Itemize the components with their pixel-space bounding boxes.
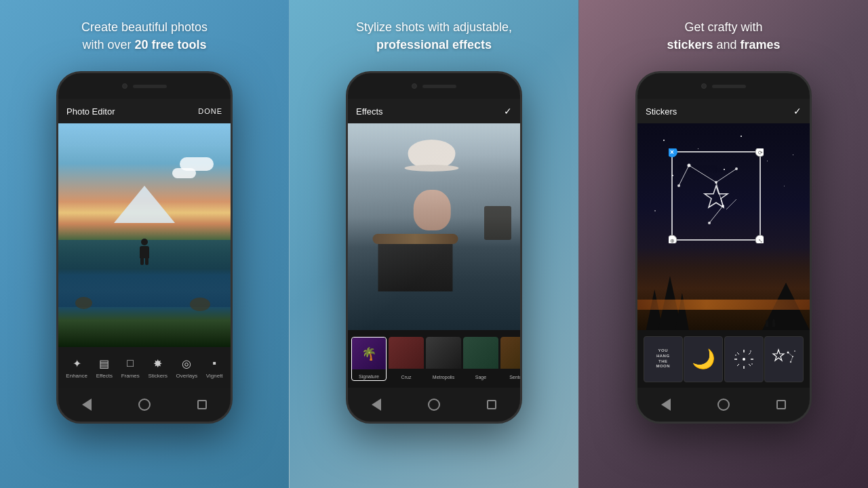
effect-thumb-sage[interactable]: Sage — [463, 337, 498, 381]
phone-2-photo-area — [348, 123, 520, 330]
tree-silhouettes — [637, 258, 810, 330]
star-6 — [784, 186, 785, 186]
cloud-2 — [172, 168, 196, 178]
phone-2-check-icon[interactable]: ✓ — [504, 106, 512, 117]
svg-point-12 — [708, 222, 711, 224]
phone-1-screen: Photo Editor DONE — [58, 99, 231, 388]
phone-1-done-btn[interactable]: DONE — [198, 107, 222, 115]
effect-thumb-cruz[interactable]: Cruz — [389, 337, 424, 381]
panel-3-tagline: Get crafty with stickers and frames — [646, 0, 800, 68]
star-10 — [654, 210, 656, 211]
svg-text:×: × — [670, 148, 674, 156]
effect-label-metropolis: Metropolis — [426, 375, 461, 380]
tool-enhance-label: Enhance — [66, 373, 87, 379]
nav-home-btn-3[interactable] — [717, 398, 730, 411]
sticker-text[interactable]: YOUHANGTHEMOON — [644, 336, 683, 382]
phone-1-header: Photo Editor DONE — [58, 99, 231, 123]
effect-thumb-metropolis[interactable]: Metropolis — [426, 337, 461, 381]
back-icon-2 — [372, 399, 381, 411]
tool-vignette[interactable]: ▪ Vignett — [206, 356, 223, 379]
frame-icon: □ — [123, 356, 138, 371]
person-leg-right — [145, 258, 149, 265]
tool-enhance[interactable]: ✦ Enhance — [66, 356, 87, 379]
nav-recent-btn-1[interactable] — [195, 398, 209, 411]
phone-3-app-title: Stickers — [646, 106, 677, 117]
tagline-1-bold: 20 free tools — [134, 38, 206, 52]
effect-label-signature: Signature — [352, 374, 386, 379]
tagline-3-bold1: stickers — [667, 38, 713, 52]
phone-3-screen: Stickers ✓ — [637, 99, 810, 388]
phone-3-camera — [701, 83, 707, 89]
phone-3-check-icon[interactable]: ✓ — [793, 106, 802, 117]
sticker-stars-1[interactable] — [724, 336, 764, 382]
tagline-1-line1: Create beautiful photos — [81, 20, 208, 34]
person-head — [141, 239, 148, 245]
home-icon-2 — [428, 399, 440, 411]
tool-frames[interactable]: □ Frames — [121, 356, 140, 379]
mountain-peak — [114, 186, 175, 223]
phone-3-background: × ⟳ ⊕ ⤡ — [637, 123, 810, 330]
nav-home-btn-2[interactable] — [427, 398, 441, 411]
svg-line-39 — [788, 352, 793, 357]
tool-effects-label: Effects — [96, 373, 113, 379]
tool-overlays[interactable]: ◎ Overlays — [176, 356, 198, 379]
svg-point-32 — [750, 350, 751, 352]
phone-1-wrapper: Photo Editor DONE — [56, 68, 233, 488]
tagline-3-line1: Get crafty with — [684, 20, 762, 34]
tagline-3-bold2: frames — [741, 38, 781, 52]
panel-2-tagline: Stylize shots with adjustable, professio… — [336, 0, 532, 68]
effect-thumb-img-cruz — [389, 337, 424, 369]
nav-back-btn-3[interactable] — [659, 398, 673, 411]
phone-2-nav-bar — [348, 388, 520, 422]
nav-back-btn-1[interactable] — [80, 398, 94, 411]
panel-stickers: Get crafty with stickers and frames Stic… — [578, 0, 868, 488]
recent-icon-2 — [487, 400, 496, 409]
stars-sparkle-icon — [732, 347, 756, 371]
person-body — [140, 246, 149, 258]
svg-point-13 — [677, 184, 680, 187]
phone-2-effects-strip: 🌴 Signature Cruz Metropolis — [348, 330, 520, 388]
svg-point-33 — [751, 363, 753, 365]
star-4 — [767, 161, 768, 162]
nav-home-btn-1[interactable] — [138, 398, 151, 411]
svg-line-29 — [749, 352, 751, 354]
tagline-2-bold: professional effects — [376, 38, 492, 52]
sticker-stars-2[interactable] — [764, 336, 804, 382]
svg-point-8 — [687, 163, 690, 167]
svg-line-1 — [689, 165, 716, 182]
phone-2-speaker — [422, 85, 456, 88]
overlay-icon: ◎ — [179, 356, 194, 371]
constellation-sticker[interactable]: × ⟳ ⊕ ⤡ — [669, 148, 764, 243]
effect-thumb-sentosa[interactable]: Sentosa — [500, 337, 520, 381]
sticker-text-content: YOUHANGTHEMOON — [656, 348, 670, 369]
tagline-1-line2: with over — [82, 38, 134, 52]
svg-line-27 — [737, 352, 739, 354]
svg-point-38 — [794, 350, 795, 352]
phone-2-top-bar — [348, 73, 520, 99]
palm-icon: 🌴 — [361, 346, 376, 361]
effect-label-cruz: Cruz — [389, 375, 424, 380]
nav-recent-btn-3[interactable] — [774, 398, 788, 411]
nav-back-btn-2[interactable] — [370, 398, 383, 411]
phone-1-app-title: Photo Editor — [66, 106, 115, 117]
tool-stickers[interactable]: ✸ Stickers — [148, 356, 167, 379]
home-icon-1 — [138, 399, 151, 411]
recent-icon-1 — [197, 400, 207, 409]
phone-3-wrapper: Stickers ✓ — [635, 68, 812, 488]
nav-recent-btn-2[interactable] — [485, 398, 498, 411]
effect-thumb-signature[interactable]: 🌴 Signature — [351, 337, 387, 381]
svg-point-9 — [715, 181, 717, 184]
effect-label-sage: Sage — [463, 375, 498, 380]
effect-thumb-img-metropolis — [426, 337, 461, 369]
tool-stickers-label: Stickers — [148, 373, 167, 379]
sticker-moon[interactable]: 🌙 — [684, 336, 723, 382]
phone-3-speaker — [712, 85, 746, 88]
tool-vignette-label: Vignett — [206, 373, 223, 379]
tool-effects[interactable]: ▤ Effects — [96, 356, 113, 379]
effect-thumb-img-sentosa — [500, 337, 520, 369]
star-3 — [741, 136, 742, 137]
star-9 — [793, 155, 794, 156]
phone-1-background — [58, 123, 231, 347]
svg-marker-34 — [773, 350, 784, 361]
film-icon: ▤ — [97, 356, 112, 371]
